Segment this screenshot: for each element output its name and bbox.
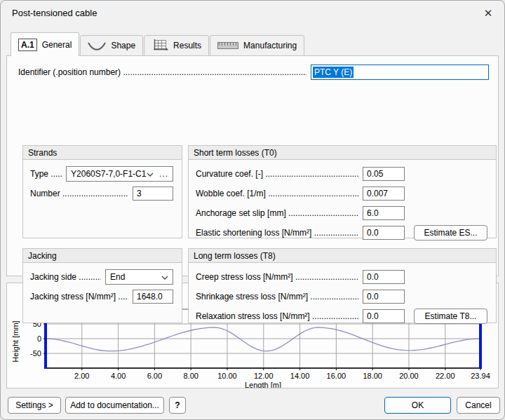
settings-button[interactable]: Settings > [8, 397, 61, 414]
svg-text:Length [m]: Length [m] [245, 381, 281, 388]
svg-text:20.00: 20.00 [399, 372, 419, 380]
identifier-row: Identifier (.position number) ..........… [18, 65, 489, 80]
jacking-side-label: Jacking side ........... [30, 272, 101, 282]
anchorage-set-slip-label: Anchorage set slip [mm] ................… [196, 208, 358, 218]
svg-text:6.00: 6.00 [147, 372, 162, 380]
identifier-label: Identifier (.position number) ..........… [18, 67, 307, 77]
identifier-input[interactable]: PTC Y (E) [311, 65, 489, 80]
strand-type-label: Type ..... [30, 169, 62, 179]
cancel-button[interactable]: Cancel [457, 397, 500, 414]
strand-type-value: Y2060S7-7,0-F1-C1 [71, 169, 147, 179]
identifier-value: PTC Y (E) [313, 67, 354, 78]
tab-manufacturing[interactable]: Manufacturing [210, 35, 304, 56]
svg-text:4.00: 4.00 [111, 372, 126, 380]
tab-general[interactable]: A.1 General [11, 32, 79, 56]
dialog-post-tensioned-cable: Post-tensioned cable ✕ A.1 General Shape [0, 0, 505, 420]
elastic-shortening-row: Elastic shortening loss [N/mm²] ........… [196, 225, 487, 241]
chevron-down-icon [161, 272, 168, 282]
general-tab-page: Identifier (.position number) ..........… [6, 55, 499, 276]
browse-strand-type-button[interactable]: ... [159, 169, 168, 179]
strand-type-combobox[interactable]: Y2060S7-7,0-F1-C1 ... [66, 166, 173, 182]
dialog-title: Post-tensioned cable [12, 8, 97, 18]
tab-general-label: General [42, 40, 72, 50]
tab-manufacturing-label: Manufacturing [243, 41, 297, 50]
ok-button[interactable]: OK [384, 397, 451, 414]
tab-results[interactable]: Results [144, 35, 209, 56]
jacking-side-row: Jacking side ........... End [30, 269, 173, 285]
jacking-side-combobox[interactable]: End [105, 269, 173, 285]
jacking-stress-input[interactable] [133, 290, 173, 304]
title-bar: Post-tensioned cable ✕ [1, 1, 504, 26]
wobble-coef-input[interactable] [363, 187, 405, 201]
anchorage-set-slip-row: Anchorage set slip [mm] ................… [196, 205, 487, 221]
short-term-losses-groupbox: Short term losses (T0) Curvature coef. [… [188, 145, 497, 238]
help-button[interactable]: ? [169, 397, 186, 414]
elastic-shortening-label: Elastic shortening loss [N/mm²] ........… [196, 228, 358, 238]
wobble-coef-row: Wobble coef. [1/m] .....................… [196, 186, 487, 201]
chevron-down-icon [147, 169, 154, 179]
wobble-coef-label: Wobble coef. [1/m] .....................… [196, 189, 358, 198]
creep-stress-input[interactable] [363, 270, 405, 284]
svg-text:14.00: 14.00 [290, 372, 310, 380]
strands-title: Strands [23, 146, 182, 160]
a1-badge-icon: A.1 [18, 39, 37, 51]
shrinkage-stress-label: Shrinkage stress loss [N/mm²] ..........… [196, 292, 358, 302]
curvature-coef-row: Curvature coef. [-] ....................… [196, 166, 487, 182]
add-to-documentation-button[interactable]: Add to documentation... [65, 397, 164, 414]
svg-text:16.00: 16.00 [327, 372, 346, 380]
svg-text:2.00: 2.00 [74, 372, 89, 380]
long-term-losses-groupbox: Long term losses (T8) Creep stress loss … [188, 248, 497, 323]
tab-results-label: Results [173, 41, 201, 50]
short-term-losses-title: Short term losses (T0) [189, 146, 496, 160]
strand-number-row: Number .................................… [30, 186, 173, 201]
curvature-coef-input[interactable] [363, 167, 405, 181]
curvature-coef-label: Curvature coef. [-] ....................… [196, 169, 358, 179]
long-term-losses-title: Long term losses (T8) [189, 249, 496, 263]
jacking-stress-label: Jacking stress [N/mm²] ....... [30, 292, 128, 302]
tab-shape[interactable]: Shape [80, 35, 143, 56]
jacking-groupbox: Jacking Jacking side ........... End Jac… [22, 248, 182, 323]
shrinkage-stress-input[interactable] [363, 290, 405, 304]
strand-number-input[interactable] [133, 187, 173, 201]
svg-text:8.00: 8.00 [183, 372, 198, 380]
curve-icon [88, 41, 106, 50]
svg-text:12.00: 12.00 [254, 372, 274, 380]
tab-shape-label: Shape [111, 41, 135, 50]
strands-groupbox: Strands Type ..... Y2060S7-7,0-F1-C1 ...… [22, 145, 182, 238]
relaxation-stress-row: Relaxation stress loss [N/mm²] .........… [196, 309, 487, 324]
jacking-side-value: End [110, 272, 161, 282]
anchorage-set-slip-input[interactable] [363, 206, 405, 220]
jacking-title: Jacking [23, 249, 182, 263]
close-icon[interactable]: ✕ [480, 6, 496, 21]
svg-text:Height [mm]: Height [mm] [11, 320, 20, 362]
strand-type-row: Type ..... Y2060S7-7,0-F1-C1 ... [30, 166, 173, 182]
svg-text:22.00: 22.00 [436, 372, 455, 380]
relaxation-stress-input[interactable] [363, 309, 405, 323]
svg-text:-50: -50 [30, 349, 41, 358]
estimate-t8-button[interactable]: Estimate T8... [414, 309, 487, 324]
tab-strip: A.1 General Shape Results Manufacturing [11, 32, 304, 56]
svg-text:18.00: 18.00 [363, 372, 382, 380]
estimate-es-button[interactable]: Estimate ES... [414, 225, 487, 241]
creep-stress-label: Creep stress loss [N/mm²] ..............… [196, 272, 358, 282]
jacking-stress-row: Jacking stress [N/mm²] ....... [30, 289, 173, 304]
shrinkage-stress-row: Shrinkage stress loss [N/mm²] ..........… [196, 289, 487, 304]
svg-text:10.00: 10.00 [217, 372, 237, 380]
elastic-shortening-input[interactable] [363, 226, 405, 240]
strand-number-label: Number .................................… [30, 189, 128, 198]
svg-text:23.94: 23.94 [471, 372, 490, 380]
result-table-icon [152, 39, 168, 52]
creep-stress-row: Creep stress loss [N/mm²] ..............… [196, 269, 487, 285]
svg-text:0: 0 [37, 334, 41, 343]
ruler-icon [217, 42, 238, 49]
relaxation-stress-label: Relaxation stress loss [N/mm²] .........… [196, 311, 358, 321]
